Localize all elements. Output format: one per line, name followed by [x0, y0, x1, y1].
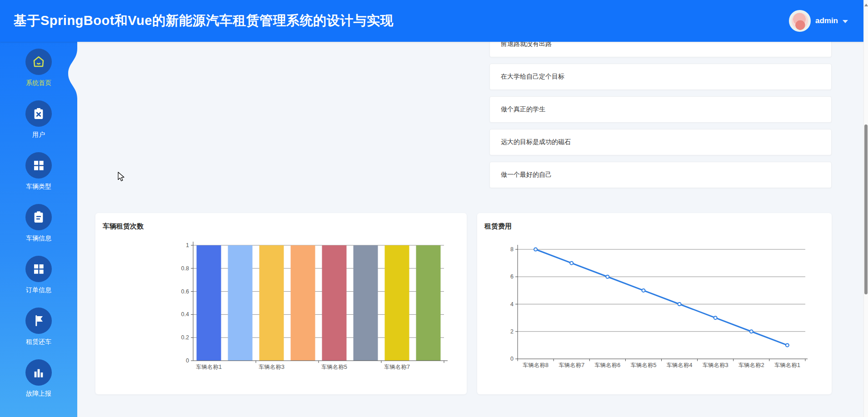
sidebar: 系统首页用户车辆类型车辆信息订单信息租赁还车故障上报 [0, 42, 77, 417]
sidebar-item-label: 订单信息 [26, 286, 51, 294]
quote-list: 留退路就没有出路在大学给自己定个目标做个真正的学生远大的目标是成功的磁石做一个最… [489, 42, 832, 194]
grid-icon [25, 152, 52, 179]
svg-text:车辆名称7: 车辆名称7 [559, 362, 584, 368]
sidebar-item-label: 车辆类型 [26, 183, 51, 191]
sidebar-item-users[interactable]: 用户 [0, 94, 77, 145]
svg-text:车辆名称8: 车辆名称8 [523, 362, 549, 368]
username: admin [815, 16, 838, 25]
caret-down-icon [843, 20, 848, 23]
sidebar-item-rental-return[interactable]: 租赁还车 [0, 301, 77, 352]
quote-card[interactable]: 做一个最好的自己 [489, 162, 832, 188]
svg-text:0.4: 0.4 [181, 311, 189, 318]
line-chart-card: 租赁费用 02468车辆名称8车辆名称7车辆名称6车辆名称5车辆名称4车辆名称3… [477, 213, 832, 394]
bar-chart: 00.20.40.60.81车辆名称1车辆名称3车辆名称5车辆名称7 [95, 213, 467, 394]
svg-text:8: 8 [510, 246, 514, 253]
scrollbar-track[interactable] [863, 0, 868, 417]
svg-text:车辆名称3: 车辆名称3 [703, 362, 728, 368]
quote-text: 做个真正的学生 [501, 105, 545, 114]
svg-text:车辆名称5: 车辆名称5 [630, 362, 656, 368]
svg-text:0.2: 0.2 [181, 334, 189, 341]
svg-text:0: 0 [510, 356, 514, 362]
user-avatar [789, 10, 811, 32]
flag-icon [25, 308, 52, 334]
clipboard-lines-icon [25, 204, 52, 230]
svg-text:6: 6 [510, 273, 514, 280]
quote-card[interactable]: 远大的目标是成功的磁石 [489, 129, 832, 155]
user-menu[interactable]: admin [789, 0, 848, 42]
sidebar-item-label: 租赁还车 [26, 338, 51, 346]
sidebar-item-order-info[interactable]: 订单信息 [0, 249, 77, 301]
svg-text:1: 1 [186, 242, 189, 248]
svg-text:车辆名称1: 车辆名称1 [196, 364, 222, 370]
quote-card[interactable]: 做个真正的学生 [489, 96, 832, 123]
sidebar-item-home[interactable]: 系统首页 [0, 42, 77, 94]
page-title: 基于SpringBoot和Vue的新能源汽车租赁管理系统的设计与实现 [14, 12, 394, 30]
line-chart: 02468车辆名称8车辆名称7车辆名称6车辆名称5车辆名称4车辆名称3车辆名称2… [477, 213, 832, 394]
quote-text: 留退路就没有出路 [501, 42, 552, 48]
sidebar-item-label: 故障上报 [26, 390, 51, 398]
quote-text: 远大的目标是成功的磁石 [501, 138, 571, 146]
svg-text:车辆名称2: 车辆名称2 [738, 362, 764, 368]
home-icon [25, 49, 52, 75]
header: 基于SpringBoot和Vue的新能源汽车租赁管理系统的设计与实现 admin [0, 0, 868, 42]
svg-text:车辆名称6: 车辆名称6 [594, 362, 620, 368]
bar-chart-icon [25, 359, 52, 386]
sidebar-item-vehicle-type[interactable]: 车辆类型 [0, 145, 77, 197]
clipboard-x-icon [25, 100, 52, 127]
svg-text:0: 0 [186, 357, 189, 364]
svg-text:2: 2 [510, 328, 514, 335]
sidebar-menu: 系统首页用户车辆类型车辆信息订单信息租赁还车故障上报 [0, 42, 77, 404]
scrollbar-up-arrow-icon[interactable] [864, 4, 868, 6]
sidebar-item-label: 系统首页 [26, 79, 51, 87]
svg-text:0.6: 0.6 [181, 288, 189, 295]
svg-text:4: 4 [510, 301, 514, 308]
scrollbar-thumb[interactable] [864, 124, 868, 294]
quote-text: 在大学给自己定个目标 [501, 73, 564, 81]
sidebar-item-fault-report[interactable]: 故障上报 [0, 352, 77, 404]
svg-text:车辆名称7: 车辆名称7 [384, 364, 410, 370]
quote-card[interactable]: 留退路就没有出路 [489, 42, 832, 57]
svg-text:车辆名称4: 车辆名称4 [667, 362, 693, 368]
quote-text: 做一个最好的自己 [501, 171, 552, 179]
quote-card[interactable]: 在大学给自己定个目标 [489, 64, 832, 90]
sidebar-item-label: 车辆信息 [26, 234, 51, 243]
sidebar-item-vehicle-info[interactable]: 车辆信息 [0, 197, 77, 249]
svg-text:车辆名称1: 车辆名称1 [774, 362, 800, 368]
sidebar-item-label: 用户 [32, 131, 45, 139]
main-content: 留退路就没有出路在大学给自己定个目标做个真正的学生远大的目标是成功的磁石做一个最… [77, 42, 868, 417]
bar-chart-card: 车辆租赁次数 00.20.40.60.81车辆名称1车辆名称3车辆名称5车辆名称… [95, 213, 467, 394]
svg-text:0.8: 0.8 [181, 265, 189, 272]
svg-text:车辆名称5: 车辆名称5 [321, 364, 347, 370]
svg-text:车辆名称3: 车辆名称3 [259, 364, 284, 370]
grid-icon [25, 256, 52, 282]
